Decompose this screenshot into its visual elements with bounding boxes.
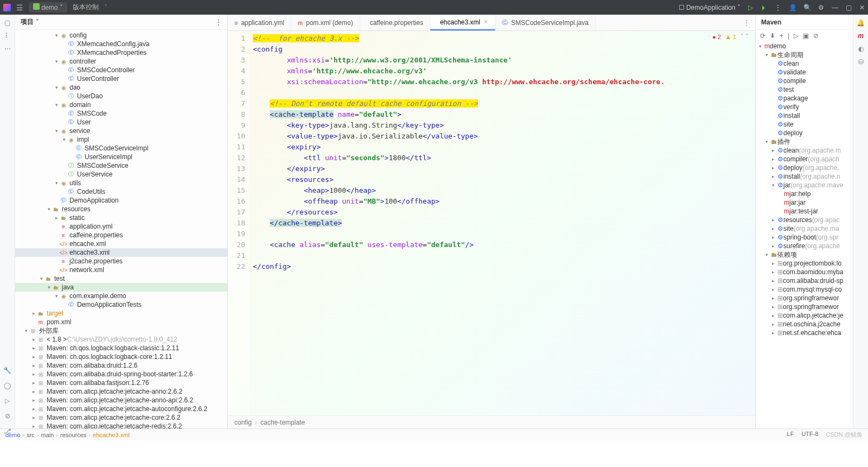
editor-tab[interactable]: ⒸSMSCodeServiceImpl.java — [495, 15, 596, 30]
run-button[interactable]: ▷ — [748, 4, 753, 11]
code-area[interactable]: <!-- for ehcache 3.x --> <config xmlns:x… — [250, 31, 755, 415]
tree-row[interactable]: ▸⊞Maven: ch.qos.logback:logback-classic:… — [15, 344, 227, 352]
maven-tree-row[interactable]: ▾⚙jar (org.apache.mave — [756, 181, 853, 190]
tree-row[interactable]: ▾◉com.example.demo — [15, 292, 227, 300]
tree-row[interactable]: ⒾSMSCodeService — [15, 161, 227, 170]
maven-tree-row[interactable]: ▸⊞net.sf.ehcache:ehca — [756, 329, 853, 337]
editor-tab[interactable]: mpom.xml (demo) — [291, 15, 360, 30]
nav-path[interactable]: demo›src›main›resources›ehcache3.xml — [5, 432, 130, 438]
maven-tree-row[interactable]: ⚙compile — [756, 77, 853, 85]
path-segment[interactable]: main — [41, 432, 54, 438]
maven-tree-row[interactable]: mjar:help — [756, 190, 853, 198]
tree-row[interactable]: ▾◉config — [15, 31, 227, 40]
breadcrumb-segment[interactable]: config — [234, 419, 252, 426]
settings-gear-icon[interactable]: ⚙ — [818, 4, 824, 11]
vcs-menu[interactable]: 版本控制 — [73, 3, 99, 12]
maven-tree-row[interactable]: ▸⚙compiler (org.apach — [756, 155, 853, 163]
tree-row[interactable]: ⒾUserService — [15, 170, 227, 179]
maven-tree-row[interactable]: ⚙clean — [756, 59, 853, 68]
git-icon[interactable]: ⎇ — [4, 427, 11, 435]
main-menu-icon[interactable]: ☰ — [16, 3, 23, 12]
maximize-icon[interactable]: ▢ — [846, 4, 852, 11]
tree-row[interactable]: ⒸDemoApplication — [15, 196, 227, 205]
maven-run-icon[interactable]: ▷ — [794, 32, 799, 40]
maven-tree-row[interactable]: ▾🖿生命周期 — [756, 51, 853, 59]
error-indicator[interactable]: ● 2 — [712, 34, 721, 40]
encoding[interactable]: UTF-8 — [801, 431, 818, 439]
warning-indicator[interactable]: ▲ 1 — [725, 34, 736, 40]
tree-row[interactable]: ▸⊞Maven: com.alicp.jetcache:jetcache-aut… — [15, 405, 227, 413]
maven-exec-icon[interactable]: ▣ — [803, 32, 809, 40]
tabs-more-icon[interactable]: ⋮ — [738, 15, 755, 30]
path-segment[interactable]: src — [27, 432, 35, 438]
tree-row[interactable]: ⒸUserController — [15, 74, 227, 83]
maven-tree-row[interactable]: ▸⚙deploy (org.apache. — [756, 163, 853, 172]
maven-tree-row[interactable]: ▸⚙install (org.apache.n — [756, 172, 853, 181]
maven-tree-row[interactable]: ▸⊞net.oschina.j2cache — [756, 320, 853, 329]
maven-tree-row[interactable]: ▸⊞org.springframewor — [756, 294, 853, 302]
debug-button[interactable]: ⏵ — [761, 4, 767, 11]
tree-row[interactable]: ▸⊞< 1.8 > C:\Users\ZDY\.jdks\corretto-1.… — [15, 335, 227, 344]
tree-row[interactable]: ▸⊞Maven: ch.qos.logback:logback-core:1.2… — [15, 352, 227, 361]
tree-row[interactable]: ≡j2cache.properties — [15, 257, 227, 266]
maven-tree-row[interactable]: ▾mdemo — [756, 42, 853, 51]
tree-row[interactable]: ⒸXMemcachedProperties — [15, 48, 227, 57]
tree-row[interactable]: ▸⊞Maven: com.alicp.jetcache:jetcache-cor… — [15, 413, 227, 422]
maven-tree-row[interactable]: ⚙install — [756, 111, 853, 120]
more-toolwindows-icon[interactable]: ⋯ — [4, 45, 11, 53]
problems-icon[interactable]: ⊘ — [5, 412, 10, 420]
maven-tree-row[interactable]: ▸⊞com.baomidou:myba — [756, 268, 853, 276]
maven-tree-row[interactable]: ▸⚙surefire (org.apache — [756, 242, 853, 250]
tree-row[interactable]: ▸🖿target — [15, 309, 227, 318]
maven-tree-row[interactable]: ▸⚙clean (org.apache.m — [756, 146, 853, 155]
tree-row[interactable]: ▾⊞外部库 — [15, 326, 227, 335]
breadcrumb-segment[interactable]: cache-template — [260, 419, 305, 426]
maven-reload-icon[interactable]: ⟳ — [760, 32, 765, 40]
tree-row[interactable]: ▾🖿test — [15, 274, 227, 283]
ai-icon[interactable]: ◐ — [858, 45, 864, 53]
tree-row[interactable]: ⒾUserDao — [15, 92, 227, 100]
maven-tree-row[interactable]: ▸⚙spring-boot (org.spr — [756, 233, 853, 242]
maven-tree-row[interactable]: ▸⊞org.springframewor — [756, 302, 853, 311]
tree-row[interactable]: ⒸCodeUtils — [15, 187, 227, 196]
tree-row[interactable]: ▾🖿resources — [15, 205, 227, 213]
tree-row[interactable]: ⒸUserServiceImpl — [15, 153, 227, 161]
search-icon[interactable]: 🔍 — [803, 4, 812, 11]
maven-tree-row[interactable]: ▸⊞com.alicp.jetcache:je — [756, 311, 853, 320]
editor-tab[interactable]: ehcache3.xml✕ — [430, 15, 495, 30]
tree-row[interactable]: ▾◉service — [15, 127, 227, 135]
maven-skip-icon[interactable]: ⊘ — [813, 32, 819, 40]
project-tree[interactable]: ▾◉configⒸXMemcachedConfig.javaⒸXMemcache… — [15, 30, 227, 428]
tree-row[interactable]: ▸⊞Maven: com.alibaba:druid:1.2.6 — [15, 361, 227, 370]
terminal-icon[interactable]: 🔧 — [3, 367, 11, 374]
tree-row[interactable]: ⒸDemoApplicationTests — [15, 300, 227, 309]
maven-tree-row[interactable]: ⚙verify — [756, 103, 853, 111]
maven-tree-row[interactable]: ▸⚙site (org.apache.ma — [756, 224, 853, 233]
maven-tree-row[interactable]: ⚙package — [756, 94, 853, 103]
editor-tab[interactable]: caffeine.properties — [360, 15, 431, 30]
project-panel-more-icon[interactable]: ⋮ — [215, 18, 222, 26]
line-sep[interactable]: LF — [787, 431, 794, 439]
tree-row[interactable]: ≡application.yml — [15, 222, 227, 231]
maven-tree-row[interactable]: ▸⚙resources (org.apac — [756, 216, 853, 224]
maven-tree-row[interactable]: ▾🖿依赖项 — [756, 250, 853, 259]
maven-tree-row[interactable]: ⚙validate — [756, 68, 853, 77]
tree-row[interactable]: ▾🖿java — [15, 283, 227, 292]
maven-add-icon[interactable]: + — [780, 32, 783, 40]
tree-row[interactable]: ≡caffeine.properties — [15, 231, 227, 239]
tree-row[interactable]: ▸⊞Maven: com.alibaba:fastjson:1.2.76 — [15, 378, 227, 387]
maven-tree-row[interactable]: mjar:jar — [756, 198, 853, 207]
close-icon[interactable]: ✕ — [859, 4, 865, 11]
tree-row[interactable]: ▸⊞Maven: com.alicp.jetcache:jetcache-ann… — [15, 387, 227, 396]
tree-row[interactable]: ⒸXMemcachedConfig.java — [15, 40, 227, 48]
tree-row[interactable]: ▾◉dao — [15, 83, 227, 92]
maven-tree-row[interactable]: ⚙site — [756, 120, 853, 129]
more-run-icon[interactable]: ⋮ — [775, 4, 781, 11]
tree-row[interactable]: ⒸSMSCode — [15, 109, 227, 118]
editor-body[interactable]: 12345678910111213141516171819202122 <!--… — [228, 31, 755, 415]
maven-tree-row[interactable]: ▸⊞org.projectlombok:lo — [756, 259, 853, 268]
maven-toolwindow-icon[interactable]: m — [858, 32, 864, 40]
maven-tree-row[interactable]: mjar:test-jar — [756, 207, 853, 216]
minimize-icon[interactable]: — — [832, 4, 838, 11]
editor-tab[interactable]: ≡application.yml — [228, 15, 291, 30]
